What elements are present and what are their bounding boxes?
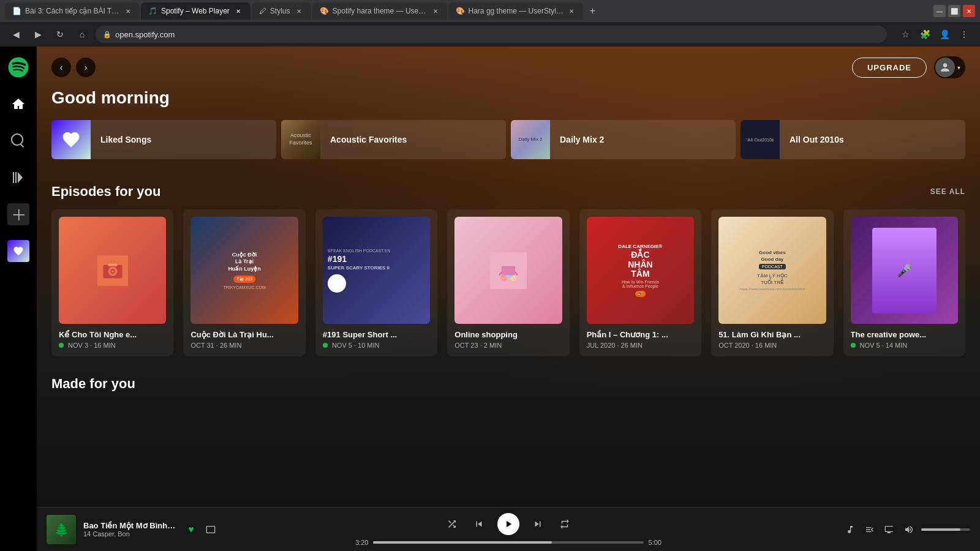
tab-4-favicon: 🎨 [320, 7, 329, 15]
extensions-button[interactable]: 🧩 [916, 26, 933, 43]
acoustic-thumb: AcousticFavorites [281, 120, 320, 159]
current-time: 3:20 [355, 539, 368, 546]
tab-3-close[interactable]: ✕ [294, 6, 304, 16]
quick-pick-acoustic[interactable]: AcousticFavorites Acoustic Favorites [281, 120, 506, 159]
episode-card-5[interactable]: DALE CARNEGIE® ĐẮCNHÂNTÂM How to Win Fri… [579, 209, 701, 356]
url-bar[interactable]: 🔒 open.spotify.com [96, 26, 887, 43]
episode-dot-1 [59, 343, 64, 348]
player-thumbnail: 🌲 [47, 515, 76, 544]
episode-title-5: Phần I – Chương 1: ... [587, 330, 694, 339]
tab-2[interactable]: 🎵 Spotify – Web Player ✕ [141, 2, 251, 20]
main-header: ‹ › UPGRADE ▾ [37, 47, 980, 88]
tab-4[interactable]: 🎨 Spotify hara theme — UserStyles... ✕ [312, 2, 447, 20]
episode-thumb-7: 🎤 [851, 217, 958, 324]
episode-thumb-1 [59, 217, 166, 324]
episode-title-1: Kể Cho Tôi Nghe e... [59, 330, 166, 339]
tab-4-close[interactable]: ✕ [431, 6, 439, 16]
made-for-you-title: Made for you [51, 376, 135, 392]
spotify-logo[interactable] [7, 56, 29, 78]
made-for-you-section: Made for you [51, 376, 965, 392]
tab-1-label: Bài 3: Cách tiếp cận BÀI TOÁ... [25, 7, 119, 15]
tab-2-label: Spotify – Web Player [161, 7, 230, 15]
liked-songs-label: Liked Songs [91, 135, 161, 144]
volume-fill [921, 528, 960, 531]
user-avatar [935, 58, 955, 77]
new-tab-button[interactable]: + [584, 2, 601, 20]
shuffle-button[interactable] [443, 515, 461, 533]
player-heart-button[interactable]: ♥ [184, 522, 198, 537]
browser-chrome: 📄 Bài 3: Cách tiếp cận BÀI TOÁ... ✕ 🎵 Sp… [0, 0, 980, 47]
volume-bar[interactable] [921, 528, 970, 531]
quick-pick-liked-songs[interactable]: Liked Songs [51, 120, 276, 159]
close-button[interactable]: ✕ [963, 5, 975, 17]
tab-5-favicon: 🎨 [456, 7, 465, 15]
player-left-actions: ♥ [184, 522, 218, 537]
bookmark-button[interactable]: ☆ [897, 26, 914, 43]
play-pause-button[interactable] [497, 513, 519, 535]
progress-fill [373, 541, 551, 544]
home-button[interactable]: ⌂ [74, 26, 91, 43]
svg-point-5 [111, 270, 114, 272]
reload-button[interactable]: ↻ [51, 26, 69, 43]
queue-button[interactable] [862, 522, 877, 537]
progress-track[interactable] [373, 541, 643, 544]
total-time: 5:00 [649, 539, 662, 546]
episode-card-3[interactable]: SPEAK ENGLISH PODCAST.EN #191 SUPER SCAR… [315, 209, 437, 356]
quick-pick-all-out-2010s[interactable]: 'All Out2010s All Out 2010s [741, 120, 965, 159]
minimize-button[interactable]: — [933, 5, 946, 17]
header-right: UPGRADE ▾ [852, 56, 965, 78]
episode-title-2: Cuộc Đời Là Trại Hu... [190, 330, 298, 339]
user-menu-button[interactable]: ▾ [934, 56, 965, 78]
episode-card-4[interactable]: Online shopping OCT 23 · 2 MIN [447, 209, 569, 356]
episode-card-1[interactable]: Kể Cho Tôi Nghe e... NOV 3 · 16 MIN [51, 209, 173, 356]
forward-button[interactable]: ▶ [29, 26, 47, 43]
tab-3[interactable]: 🖊 Stylus ✕ [252, 2, 311, 20]
sidebar-item-search[interactable] [7, 130, 29, 152]
user-menu-chevron: ▾ [957, 64, 960, 71]
back-button[interactable]: ◀ [7, 26, 24, 43]
quick-picks: Liked Songs AcousticFavorites Acoustic F… [51, 120, 965, 159]
episode-card-7[interactable]: 🎤 The creative powe... NOV 5 · 14 MIN [843, 209, 965, 356]
devices-button[interactable] [882, 522, 897, 537]
next-button[interactable] [529, 515, 546, 533]
maximize-button[interactable]: ⬜ [948, 5, 960, 17]
liked-songs-thumb [51, 120, 91, 159]
profile-button[interactable]: 👤 [936, 26, 953, 43]
episode-thumb-2: Cuộc ĐờiLà TrạiHuấn Luyện Tập 203 TRIKYC… [190, 217, 298, 324]
tab-2-close[interactable]: ✕ [233, 6, 243, 16]
episodes-see-all-button[interactable]: SEE ALL [930, 187, 965, 196]
main-wrapper: ‹ › UPGRADE ▾ [37, 47, 980, 551]
sidebar-item-liked[interactable] [7, 240, 29, 262]
tab-1[interactable]: 📄 Bài 3: Cách tiếp cận BÀI TOÁ... ✕ [5, 2, 140, 20]
lyrics-button[interactable] [843, 522, 858, 537]
all-out-thumb: 'All Out2010s [741, 120, 780, 159]
tab-1-close[interactable]: ✕ [123, 6, 132, 16]
episode-card-6[interactable]: Good vibesGood day PODCAST TÂM LÝ HỌCTUỔ… [711, 209, 833, 356]
player-track-title: Bao Tiền Một Mơ Bình Yên [83, 521, 176, 530]
volume-icon[interactable] [902, 522, 916, 537]
episode-card-2[interactable]: Cuộc ĐờiLà TrạiHuấn Luyện Tập 203 TRIKYC… [183, 209, 305, 356]
daily-mix-2-label: Daily Mix 2 [550, 135, 614, 144]
quick-pick-daily-mix-2[interactable]: Daily Mix 2 Daily Mix 2 [511, 120, 736, 159]
tab-5-close[interactable]: ✕ [567, 6, 575, 16]
sidebar-item-library[interactable] [7, 167, 29, 189]
tab-bar: 📄 Bài 3: Cách tiếp cận BÀI TOÁ... ✕ 🎵 Sp… [0, 0, 980, 22]
sidebar-item-home[interactable] [7, 93, 29, 115]
sidebar-item-add[interactable] [7, 203, 29, 225]
player-screen-button[interactable] [203, 522, 218, 537]
menu-button[interactable]: ⋮ [956, 26, 973, 43]
player-right [799, 522, 970, 537]
previous-button[interactable] [470, 515, 488, 533]
player-bar: 🌲 Bao Tiền Một Mơ Bình Yên 14 Casper, Bo… [37, 507, 980, 551]
made-for-you-header: Made for you [51, 376, 965, 392]
nav-forward-button[interactable]: › [76, 58, 96, 77]
player-center: 3:20 5:00 [218, 513, 799, 546]
repeat-button[interactable] [556, 515, 573, 533]
svg-rect-11 [502, 266, 516, 275]
nav-back-button[interactable]: ‹ [51, 58, 71, 77]
player-track-info: 🌲 Bao Tiền Một Mơ Bình Yên 14 Casper, Bo… [47, 515, 218, 544]
episode-thumb-3: SPEAK ENGLISH PODCAST.EN #191 SUPER SCAR… [323, 217, 430, 324]
upgrade-button[interactable]: UPGRADE [852, 58, 927, 78]
episode-title-3: #191 Super Short ... [323, 330, 430, 339]
tab-5[interactable]: 🎨 Hara gg theme — UserStyles.wo... ✕ [448, 2, 583, 20]
